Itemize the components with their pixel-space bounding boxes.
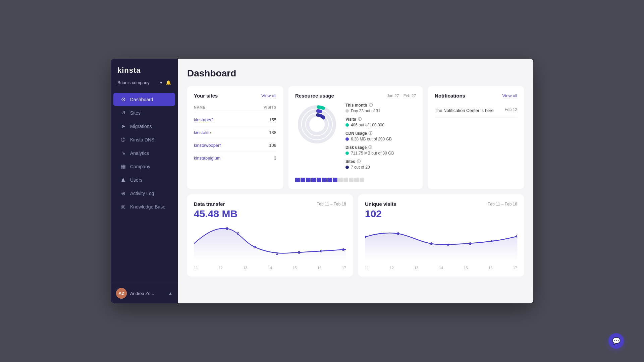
cdn-value: 6.38 MB out of 200 GB [345,137,416,141]
company-row: Brian's company ▾ 🔔 [111,79,178,90]
cdn-label: CDN usage ⓘ [345,131,416,136]
nav-label-analytics: Analytics [130,150,149,156]
sidebar-item-migrations[interactable]: ➤Migrations [113,120,175,133]
svg-point-9 [237,233,239,235]
unique-visits-card: Unique visits Feb 11 – Feb 18 102 [358,194,524,277]
table-row: kinstalife138 [194,126,276,139]
sites-list: kinstaperf155kinstalife138kinstawooperf1… [194,114,276,164]
page-title: Dashboard [187,68,524,79]
avatar: AZ [116,288,127,299]
unique-visits-chart [365,224,517,264]
resource-header: Resource usage Jan 27 – Feb 27 [295,93,416,99]
site-visits: 138 [269,130,276,135]
list-item: The Notification Center is hereFeb 12 [435,104,517,118]
site-visits: 3 [274,156,276,161]
mini-bar [349,178,354,182]
sidebar-item-dashboard[interactable]: ⊙Dashboard [113,93,175,106]
mini-bar [343,178,348,182]
nav-icon-activity-log: ⊕ [120,190,126,196]
resource-stats: This month ⓘ Day 23 out of 31 Visits [345,103,416,173]
info-icon: ⓘ [369,103,373,108]
mini-bars [295,178,416,182]
sidebar-item-sites[interactable]: ↺Sites [113,106,175,119]
sidebar-user: AZ Andrea Zo... ▲ [111,283,178,303]
disk-label: Disk usage ⓘ [345,145,416,150]
your-sites-card: Your sites View all NAME VISITS kinstape… [187,86,283,189]
user-name: Andrea Zo... [130,291,154,296]
sidebar: kinsta Brian's company ▾ 🔔 ⊙Dashboard↺Si… [111,59,178,303]
sidebar-item-users[interactable]: ♟Users [113,173,175,186]
chart-label: 11 [194,266,198,270]
mini-bar [317,178,321,182]
info-icon-sites: ⓘ [357,159,361,164]
data-transfer-title: Data transfer [194,201,225,207]
chart-label: 11 [365,266,369,270]
site-link[interactable]: kinstaperf [194,117,213,122]
nav-label-sites: Sites [130,110,141,116]
cdn-stat: CDN usage ⓘ 6.38 MB out of 200 GB [345,131,416,141]
sidebar-item-activity-log[interactable]: ⊕Activity Log [113,187,175,200]
sidebar-item-kinsta-dns[interactable]: ⌬Kinsta DNS [113,133,175,146]
nav-label-activity-log: Activity Log [130,191,154,196]
disk-stat: Disk usage ⓘ 711.75 MB out of 30 GB [345,145,416,156]
data-transfer-card: Data transfer Feb 11 – Feb 18 45.48 MB [187,194,353,277]
chart-label: 12 [219,266,223,270]
mini-bar [306,178,311,182]
mini-bar [360,178,364,182]
notifications-view-all[interactable]: View all [502,93,517,98]
resource-date: Jan 27 – Feb 27 [387,94,416,98]
mini-bar [301,178,305,182]
site-visits: 155 [269,117,276,122]
info-icon-cdn: ⓘ [369,131,372,136]
notification-date: Feb 12 [505,107,517,112]
data-transfer-labels: 11 12 13 14 15 16 17 [194,264,346,270]
unique-visits-header: Unique visits Feb 11 – Feb 18 [365,201,517,207]
site-link[interactable]: kinstawooperf [194,143,221,148]
nav-label-dashboard: Dashboard [130,97,153,102]
col-name-label: NAME [194,105,205,109]
main-content: Dashboard Your sites View all NAME VISIT… [178,59,533,303]
info-icon-disk: ⓘ [368,145,372,150]
chart-label: 13 [243,266,247,270]
this-month-stat: This month ⓘ Day 23 out of 31 [345,103,416,113]
resource-usage-card: Resource usage Jan 27 – Feb 27 [288,86,423,189]
sidebar-item-company[interactable]: ▦Company [113,160,175,173]
mini-bar [327,178,332,182]
svg-text:AZ: AZ [118,291,124,296]
chart-label: 14 [439,266,443,270]
your-sites-view-all[interactable]: View all [261,93,276,98]
sidebar-item-knowledge-base[interactable]: ◎Knowledge Base [113,200,175,213]
this-month-label: This month ⓘ [345,103,416,108]
chart-label: 16 [317,266,321,270]
chart-label: 12 [390,266,394,270]
sidebar-item-analytics[interactable]: ∿Analytics [113,146,175,160]
visits-value: 406 out of 100,000 [345,123,416,127]
bell-icon[interactable]: 🔔 [166,80,171,85]
nav-icon-dashboard: ⊙ [120,96,126,103]
site-link[interactable]: kinstabelgium [194,156,221,161]
mini-bar [338,178,343,182]
chevron-down-icon[interactable]: ▾ [160,80,162,85]
nav-label-knowledge-base: Knowledge Base [130,204,165,209]
col-visits-label: VISITS [264,105,276,109]
chat-icon: 💬 [612,337,621,345]
unique-visits-labels: 11 12 13 14 15 16 17 [365,264,517,270]
user-info: AZ Andrea Zo... [116,288,154,299]
table-row: kinstawooperf109 [194,139,276,152]
sites-stat: Sites ⓘ 7 out of 20 [345,159,416,170]
resource-usage-title: Resource usage [295,93,334,99]
nav-icon-knowledge-base: ◎ [120,203,126,210]
table-row: kinstabelgium3 [194,152,276,164]
data-transfer-date: Feb 11 – Feb 18 [317,202,346,206]
data-transfer-chart [194,224,346,264]
chat-button[interactable]: 💬 [608,333,624,349]
chart-label: 17 [513,266,517,270]
nav-icon-company: ▦ [120,163,126,170]
user-expand-icon[interactable]: ▲ [168,291,172,296]
info-icon-visits: ⓘ [358,117,362,122]
top-cards-row: Your sites View all NAME VISITS kinstape… [187,86,524,189]
chart-label: 17 [342,266,346,270]
logo: kinsta [117,66,171,75]
site-link[interactable]: kinstalife [194,130,211,135]
nav-label-kinsta-dns: Kinsta DNS [130,137,154,142]
